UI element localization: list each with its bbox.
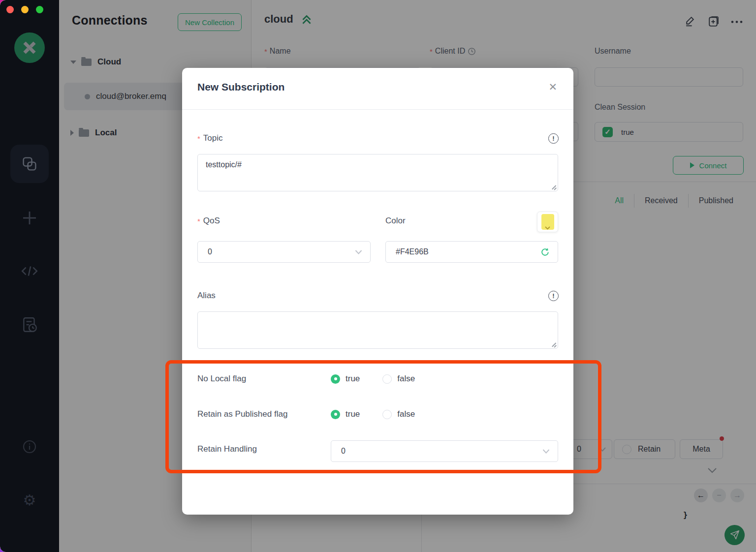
alias-label: Alias: [197, 291, 216, 301]
chevron-down-icon: [545, 226, 550, 230]
alert-icon: !: [548, 291, 559, 301]
color-swatch-button[interactable]: [537, 212, 558, 232]
refresh-icon[interactable]: [540, 247, 550, 257]
chevron-down-icon: [355, 250, 362, 254]
minimize-window-button[interactable]: [21, 6, 29, 13]
app-window: ⚙ Connections New Collection Cloud cloud…: [0, 0, 756, 552]
topic-label: * Topic: [197, 133, 223, 143]
alias-textarea[interactable]: [197, 311, 558, 349]
qos-select[interactable]: 0: [197, 241, 371, 263]
window-controls: [6, 6, 43, 13]
color-input[interactable]: #F4E96B: [385, 241, 558, 263]
close-window-button[interactable]: [6, 6, 14, 13]
close-icon[interactable]: ✕: [548, 82, 557, 92]
color-label: Color: [385, 216, 406, 226]
resize-handle-icon[interactable]: [551, 184, 556, 189]
qos-label: * QoS: [197, 216, 220, 226]
modal-title: New Subscription: [197, 81, 284, 93]
zoom-window-button[interactable]: [36, 6, 43, 13]
resize-handle-icon[interactable]: [551, 342, 556, 347]
alert-icon: !: [548, 133, 559, 144]
topic-textarea[interactable]: testtopic/#: [197, 154, 558, 191]
color-swatch: [541, 214, 554, 230]
annotation-highlight-box: [165, 360, 601, 473]
